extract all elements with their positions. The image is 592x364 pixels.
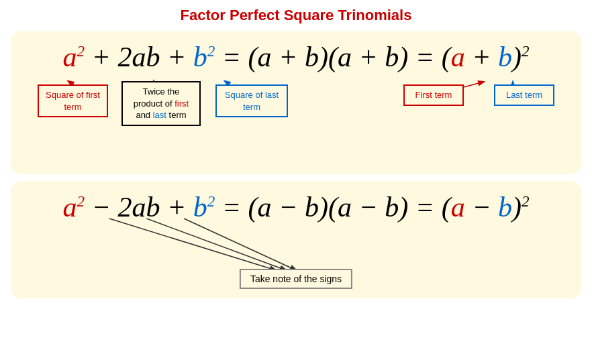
- b-eq2: =: [408, 192, 441, 223]
- annotations-area: Square of first term Twice the product o…: [24, 78, 568, 165]
- b-plus2: +: [160, 192, 193, 223]
- b-term-2ab: 2ab: [117, 192, 160, 223]
- term-a2: a2: [62, 42, 85, 72]
- bottom-formula: a2 − 2ab + b2 = (a − b)(a − b) = (a − b)…: [24, 189, 568, 228]
- b-eq1: =: [215, 192, 248, 223]
- factor2-open: (: [442, 42, 451, 72]
- ann-last-term-right: Last term: [494, 84, 554, 106]
- factor2-close: )2: [512, 42, 530, 72]
- factor2-plus: +: [465, 42, 498, 72]
- ann-signs: Take note of the signs: [240, 269, 352, 289]
- b-factor1: (a − b)(a − b): [248, 192, 409, 223]
- plus2: +: [160, 42, 193, 72]
- twice-last: last: [153, 110, 166, 120]
- factor2-a: a: [451, 42, 465, 72]
- b-term-a2: a2: [62, 192, 85, 223]
- b-factor2-close: )2: [512, 192, 530, 223]
- twice-first: first: [175, 99, 189, 109]
- b-factor2-a: a: [451, 192, 465, 223]
- page-title: Factor Perfect Square Trinomials: [181, 7, 412, 24]
- top-panel: a2 + 2ab + b2 = (a + b)(a + b) = (a + b)…: [11, 31, 581, 174]
- term-2ab: 2ab: [117, 42, 160, 72]
- b-term-b2: b2: [193, 192, 215, 223]
- ann-square-last: Square of last term: [215, 84, 288, 117]
- b-factor2-minus: −: [465, 192, 498, 223]
- term-b2: b2: [193, 42, 215, 72]
- factor1: (a + b)(a + b): [248, 42, 409, 72]
- top-formula-wrap: a2 + 2ab + b2 = (a + b)(a + b) = (a + b)…: [24, 39, 568, 165]
- plus1: +: [85, 42, 117, 72]
- top-formula: a2 + 2ab + b2 = (a + b)(a + b) = (a + b)…: [24, 39, 568, 78]
- b-factor2-open: (: [442, 192, 451, 223]
- b-factor2-b: b: [498, 192, 512, 223]
- eq2: =: [408, 42, 441, 72]
- eq1: =: [215, 42, 248, 72]
- factor2-b: b: [498, 42, 512, 72]
- ann-twice-product: Twice the product of first and last term: [121, 81, 201, 126]
- ann-first-term-right: First term: [403, 84, 464, 106]
- ann-square-first: Square of first term: [38, 84, 108, 117]
- twice-label: Twice the product of first and last term: [134, 86, 189, 120]
- b-minus1: −: [85, 192, 117, 223]
- bottom-panel: a2 − 2ab + b2 = (a − b)(a − b) = (a − b)…: [11, 181, 581, 298]
